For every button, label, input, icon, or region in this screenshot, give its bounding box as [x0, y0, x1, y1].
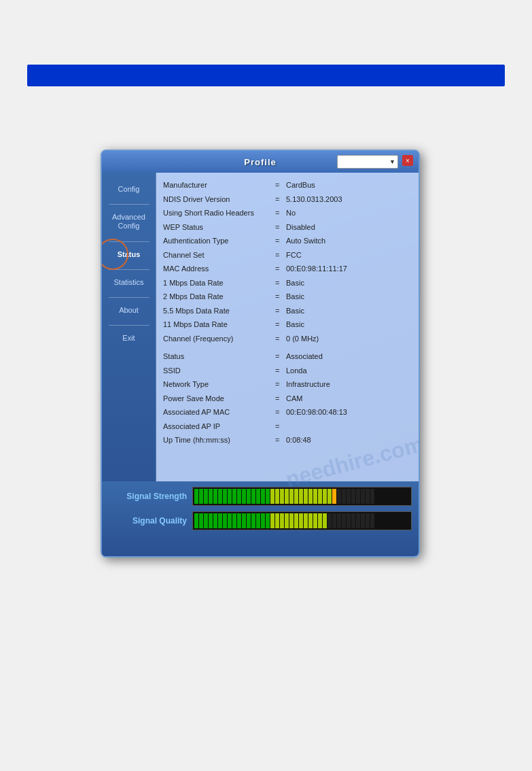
info-equals: =	[275, 305, 286, 317]
info-label: 5.5 Mbps Data Rate	[163, 305, 275, 317]
signal-bar-segment	[351, 513, 355, 528]
info-label: 11 Mbps Data Rate	[163, 319, 275, 330]
signal-bar-segment	[313, 513, 317, 528]
info-row: MAC Address = 00:E0:98:11:11:17	[163, 262, 412, 276]
signal-bar-segment	[347, 489, 351, 504]
info-equals: =	[275, 333, 286, 345]
sidebar-divider-2	[109, 241, 149, 242]
info-label: Up Time (hh:mm:ss)	[163, 434, 275, 446]
info-value: 00:E0:98:00:48:13	[286, 407, 412, 418]
signal-bar-segment	[270, 489, 274, 504]
signal-bar-segment	[247, 489, 251, 504]
info-row: Channel Set = FCC	[163, 248, 412, 262]
info-equals: =	[275, 235, 286, 247]
signal-bar-segment	[232, 489, 236, 504]
info-equals: =	[275, 207, 286, 219]
info-equals: =	[275, 277, 286, 289]
status-active-indicator	[101, 239, 128, 270]
signal-bar-segment	[361, 513, 365, 528]
sidebar-divider-5	[109, 325, 149, 326]
info-value	[286, 421, 412, 432]
signal-quality-row: Signal Quality	[109, 511, 412, 530]
info-table-1: Manufacturer = CardBus NDIS Driver Versi…	[163, 178, 412, 345]
signal-bar-segment	[275, 513, 279, 528]
info-equals: =	[275, 434, 286, 446]
sidebar-divider-3	[109, 269, 149, 270]
info-label: Associated AP MAC	[163, 407, 275, 418]
signal-quality-bar	[192, 511, 412, 530]
signal-bar-segment	[266, 489, 270, 504]
info-value: Londa	[286, 365, 412, 377]
signal-bar-segment	[251, 513, 255, 528]
signal-strength-bar	[192, 487, 412, 506]
signal-bar-segment	[213, 513, 217, 528]
signal-bar-segment	[289, 489, 294, 504]
info-row: Status = Associated	[163, 349, 412, 364]
signal-bar-segment	[323, 489, 327, 504]
signal-bar-segment	[342, 489, 346, 504]
signal-bar-segment	[356, 513, 360, 528]
info-row: 1 Mbps Data Rate = Basic	[163, 276, 412, 290]
sidebar-item-exit[interactable]: Exit	[105, 328, 153, 347]
info-value: CAM	[286, 393, 412, 405]
info-row: Network Type = Infrastructure	[163, 377, 412, 392]
signal-bar-segment	[261, 489, 265, 504]
info-row: NDIS Driver Version = 5.130.0313.2003	[163, 192, 412, 207]
signal-bar-segment	[209, 513, 213, 528]
signal-bar-segment	[327, 513, 332, 528]
profile-dropdown[interactable]: ▼	[337, 155, 398, 169]
signal-bar-segment	[289, 513, 294, 528]
info-equals: =	[275, 179, 286, 191]
signal-area: Signal Strength Signal Quality	[102, 481, 419, 556]
signal-bar-segment	[356, 489, 360, 504]
signal-bar-segment	[280, 489, 284, 504]
info-row: 11 Mbps Data Rate = Basic	[163, 318, 412, 332]
signal-bar-segment	[232, 513, 236, 528]
signal-bar-segment	[294, 489, 298, 504]
signal-bar-segment	[204, 489, 208, 504]
info-table-2: Status = Associated SSID = Londa Network…	[163, 349, 412, 447]
sidebar-item-status[interactable]: Status	[105, 245, 153, 264]
info-label: 2 Mbps Data Rate	[163, 291, 275, 303]
signal-bar-segment	[313, 489, 317, 504]
info-row: Channel (Frequency) = 0 (0 MHz)	[163, 332, 412, 346]
info-equals: =	[275, 365, 286, 377]
sidebar-item-statistics[interactable]: Statistics	[105, 273, 153, 292]
info-value: Basic	[286, 277, 412, 289]
close-button[interactable]: ×	[402, 155, 413, 166]
info-value: 0 (0 MHz)	[286, 333, 412, 345]
info-equals: =	[275, 250, 286, 261]
info-row: Power Save Mode = CAM	[163, 392, 412, 406]
signal-bar-segment	[370, 513, 374, 528]
info-value: CardBus	[286, 179, 412, 191]
info-equals: =	[275, 291, 286, 303]
info-value: Basic	[286, 319, 412, 330]
signal-bar-segment	[204, 513, 208, 528]
app-window: Profile ▼ × Config AdvancedConfig Status…	[101, 150, 420, 558]
signal-bar-segment	[223, 513, 227, 528]
signal-bar-segment	[199, 513, 203, 528]
signal-bar-segment	[299, 489, 303, 504]
info-label: 1 Mbps Data Rate	[163, 277, 275, 289]
info-label: Associated AP IP	[163, 421, 275, 432]
info-value: Auto Switch	[286, 235, 412, 247]
signal-bar-segment	[194, 513, 198, 528]
title-bar: Profile ▼ ×	[102, 151, 419, 173]
info-label: Channel Set	[163, 250, 275, 261]
info-equals: =	[275, 351, 286, 362]
signal-bar-segment	[266, 513, 270, 528]
sidebar-item-about[interactable]: About	[105, 301, 153, 320]
info-equals: =	[275, 194, 286, 205]
info-value: 5.130.0313.2003	[286, 194, 412, 205]
signal-bar-segment	[194, 489, 198, 504]
info-label: Status	[163, 351, 275, 362]
info-equals: =	[275, 263, 286, 275]
info-value: Basic	[286, 291, 412, 303]
sidebar-item-advanced-config[interactable]: AdvancedConfig	[105, 207, 153, 236]
signal-bar-segment	[242, 489, 246, 504]
signal-bar-segment	[251, 489, 255, 504]
info-value: Associated	[286, 351, 412, 362]
sidebar-item-config[interactable]: Config	[105, 179, 153, 199]
info-value: FCC	[286, 250, 412, 261]
signal-bar-segment	[218, 513, 222, 528]
